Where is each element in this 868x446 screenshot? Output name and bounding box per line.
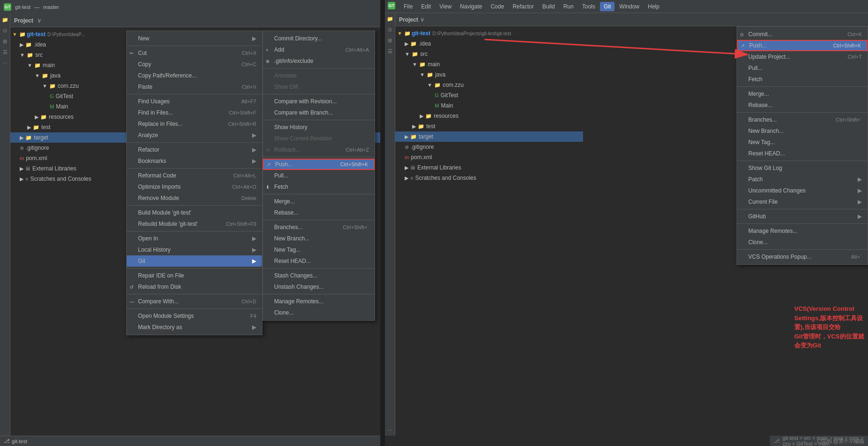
right-git-pull[interactable]: Pull...	[737, 62, 868, 74]
menubar-run[interactable]: Run	[560, 2, 577, 11]
right-tree-main[interactable]: ▼ 📁 main	[395, 59, 583, 69]
right-git-push[interactable]: ↗ Push... Ctrl+Shift+K	[737, 40, 868, 51]
toolbar-dots-icon[interactable]: ···	[3, 60, 7, 66]
right-git-manage-remotes[interactable]: Manage Remotes...	[737, 225, 868, 237]
menu-item-reload[interactable]: ↺ Reload from Disk	[127, 281, 262, 292]
right-git-rebase[interactable]: Rebase...	[737, 100, 868, 111]
menubar-tools[interactable]: Tools	[578, 2, 599, 11]
right-tree-target[interactable]: ▶ 📁 target	[395, 131, 583, 142]
menu-item-bookmarks[interactable]: Bookmarks ▶	[127, 155, 262, 167]
git-menu-clone[interactable]: Clone...	[263, 307, 375, 318]
menubar-navigate[interactable]: Navigate	[456, 2, 486, 11]
menu-item-replace-files[interactable]: Replace in Files... Ctrl+Shift+R	[127, 118, 262, 130]
menu-item-module-settings[interactable]: Open Module Settings F4	[127, 310, 262, 322]
menu-item-compare[interactable]: — Compare With... Ctrl+D	[127, 296, 262, 307]
right-toolbar-commit-icon[interactable]: ⊙	[388, 27, 392, 33]
right-tree-gittest[interactable]: G GitTest	[395, 90, 583, 100]
right-git-current-file[interactable]: Current File ▶	[737, 196, 868, 208]
right-tree-scratches[interactable]: ▶ ≡ Scratches and Consoles	[395, 173, 583, 183]
right-git-show-log[interactable]: Show Git Log	[737, 162, 868, 174]
right-tree-pomxml[interactable]: m pom.xml	[395, 152, 583, 162]
right-tree-test[interactable]: ▶ 📁 test	[395, 121, 583, 131]
git-menu-gitinfo[interactable]: ⊗ .git/info/exclude	[263, 55, 375, 67]
menu-item-analyze[interactable]: Analyze ▶	[127, 130, 262, 141]
right-tree-comzzu[interactable]: ▼ 📁 com.zzu	[395, 80, 583, 90]
toolbar-folder-icon[interactable]: 📁	[2, 17, 8, 23]
right-git-github[interactable]: GitHub ▶	[737, 211, 868, 222]
git-menu-branches[interactable]: Branches... Ctrl+Shift+`	[263, 222, 375, 233]
menubar-refactor[interactable]: Refactor	[509, 2, 538, 11]
right-git-vcs-popup[interactable]: VCS Operations Popup... Alt+`	[737, 251, 868, 262]
right-toolbar-dots-icon[interactable]: ···	[388, 427, 392, 433]
right-git-new-branch[interactable]: New Branch...	[737, 125, 868, 137]
right-git-new-tag[interactable]: New Tag...	[737, 137, 868, 148]
right-git-commit[interactable]: ⊙ Commit... Ctrl+K	[737, 29, 868, 40]
right-toolbar-structure-icon[interactable]: ⊞	[388, 38, 392, 44]
right-git-uncommitted[interactable]: Uncommitted Changes ▶	[737, 185, 868, 196]
git-menu-compare-branch[interactable]: Compare with Branch...	[263, 107, 375, 118]
right-tree-idea[interactable]: ▶ 📁 .idea	[395, 38, 583, 49]
right-tree-git-test[interactable]: ▼ 📁 git-test D:\Python\IdeaProjects\git-…	[395, 28, 583, 38]
git-menu-commit-dir[interactable]: Commit Directory...	[263, 33, 375, 44]
toolbar-structure-icon[interactable]: ⊞	[3, 38, 7, 45]
right-toolbar-bookmark-icon[interactable]: ☰	[388, 48, 392, 54]
right-tree-main-class[interactable]: M Main	[395, 100, 583, 111]
menu-item-local-history[interactable]: Local History ▶	[127, 244, 262, 255]
right-tree-ext-libs[interactable]: ▶ 🏛 External Libraries	[395, 162, 583, 173]
menu-item-open-in[interactable]: Open In ▶	[127, 233, 262, 244]
git-menu-reset-head[interactable]: Reset HEAD...	[263, 255, 375, 267]
right-tree-resources[interactable]: ▶ 📁 resources	[395, 111, 583, 121]
right-tree-src[interactable]: ▼ 📁 src	[395, 49, 583, 59]
menubar-view[interactable]: View	[436, 2, 455, 11]
menubar-window[interactable]: Window	[615, 2, 643, 11]
right-git-branches[interactable]: Branches... Ctrl+Shift+`	[737, 114, 868, 125]
git-menu-merge[interactable]: Merge...	[263, 196, 375, 207]
right-git-fetch[interactable]: Fetch	[737, 74, 868, 85]
git-menu-manage-remotes[interactable]: Manage Remotes...	[263, 296, 375, 307]
menu-item-cut[interactable]: ✂ Cut Ctrl+X	[127, 47, 262, 59]
menubar-help[interactable]: Help	[644, 2, 663, 11]
right-git-patch[interactable]: Patch ▶	[737, 174, 868, 185]
menubar-build[interactable]: Build	[538, 2, 559, 11]
menu-item-rebuild[interactable]: Rebuild Module 'git-test' Ctrl+Shift+F9	[127, 218, 262, 230]
git-menu-compare-rev[interactable]: Compare with Revision...	[263, 96, 375, 107]
git-menu-push[interactable]: ↗ Push... Ctrl+Shift+K	[263, 159, 375, 170]
toolbar-commit-icon[interactable]: ⊙	[3, 28, 7, 34]
git-menu-show-history[interactable]: Show History	[263, 122, 375, 133]
git-menu-annotate[interactable]: Annotate	[263, 70, 375, 81]
menu-item-build[interactable]: Build Module 'git-test'	[127, 207, 262, 218]
menubar-edit[interactable]: Edit	[417, 2, 435, 11]
menubar-code[interactable]: Code	[487, 2, 508, 11]
git-menu-new-tag[interactable]: New Tag...	[263, 244, 375, 255]
git-menu-rebase[interactable]: Rebase...	[263, 207, 375, 218]
menu-item-find-usages[interactable]: Find Usages Alt+F7	[127, 96, 262, 107]
menu-item-copy[interactable]: Copy Ctrl+C	[127, 59, 262, 70]
menu-item-find-files[interactable]: Find in Files... Ctrl+Shift+F	[127, 107, 262, 118]
git-menu-add[interactable]: + Add Ctrl+Alt+A	[263, 44, 375, 55]
right-git-clone[interactable]: Clone...	[737, 237, 868, 248]
git-branch-indicator[interactable]: ⎇ git-test	[4, 438, 27, 444]
git-menu-stash[interactable]: Stash Changes...	[263, 270, 375, 281]
right-tree-gitignore[interactable]: ⊗ .gitignore	[395, 142, 583, 152]
menu-item-optimize[interactable]: Optimize Imports Ctrl+Alt+O	[127, 181, 262, 192]
git-menu-show-diff[interactable]: Show Diff	[263, 81, 375, 92]
git-menu-rollback[interactable]: ↺ Rollback... Ctrl+Alt+Z	[263, 144, 375, 155]
menubar-file[interactable]: File	[400, 2, 416, 11]
git-menu-fetch[interactable]: ⬇ Fetch	[263, 181, 375, 192]
right-toolbar-folder-icon[interactable]: 📁	[387, 16, 393, 22]
menu-item-reformat[interactable]: Reformat Code Ctrl+Alt+L	[127, 170, 262, 181]
menu-item-paste[interactable]: Paste Ctrl+V	[127, 81, 262, 92]
git-menu-pull[interactable]: Pull...	[263, 170, 375, 181]
git-menu-show-current-rev[interactable]: Show Current Revision	[263, 133, 375, 144]
menu-item-refactor[interactable]: Refactor ▶	[127, 144, 262, 155]
right-git-update[interactable]: Update Project... Ctrl+T	[737, 51, 868, 62]
menu-item-git[interactable]: Git ▶	[127, 255, 262, 267]
right-git-reset-head[interactable]: Reset HEAD...	[737, 148, 868, 159]
right-git-merge[interactable]: Merge...	[737, 88, 868, 100]
menu-item-repair[interactable]: Repair IDE on File	[127, 270, 262, 281]
git-menu-new-branch[interactable]: New Branch...	[263, 233, 375, 244]
toolbar-bookmark-icon[interactable]: ☰	[3, 49, 8, 55]
menubar-git[interactable]: Git	[600, 2, 615, 11]
right-tree-java[interactable]: ▼ 📁 java	[395, 69, 583, 80]
git-menu-unstash[interactable]: Unstash Changes...	[263, 281, 375, 292]
